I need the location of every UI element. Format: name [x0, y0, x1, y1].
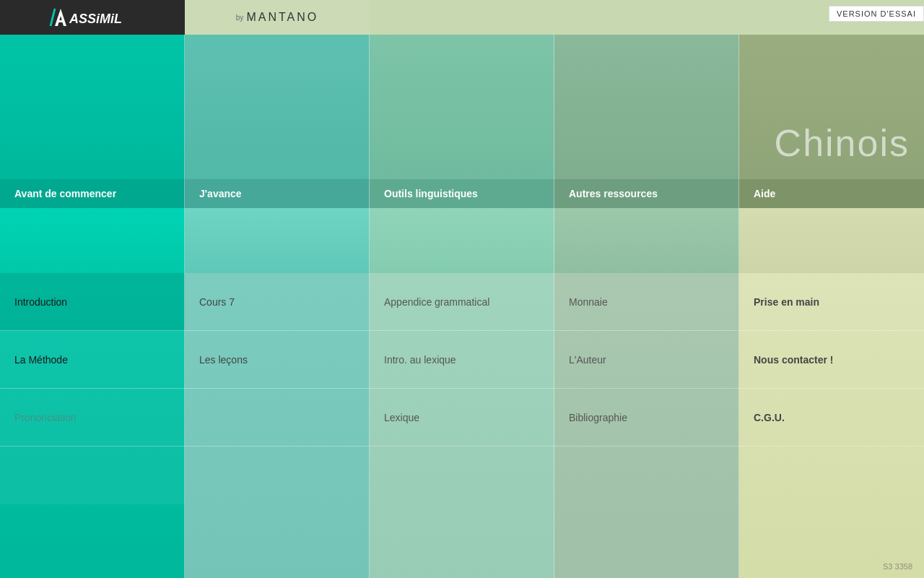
- col3-item-lexique[interactable]: Lexique: [370, 389, 554, 447]
- col4-item-biblio[interactable]: Bibliographie: [554, 389, 739, 447]
- col4-item-auteur-label: L'Auteur: [569, 354, 606, 366]
- col1-title: Avant de commencer: [14, 188, 116, 199]
- column-aide: Chinois Aide Prise en main Nous contacte…: [739, 35, 924, 578]
- assimil-logo: ASSiMiL: [49, 6, 136, 29]
- col1-items: Introduction La Méthode Prononciation: [0, 273, 185, 578]
- col3-items: Appendice grammatical Intro. au lexique …: [370, 273, 554, 578]
- svg-line-2: [51, 9, 55, 26]
- col1-item-introduction-label: Introduction: [14, 296, 67, 308]
- col2-thumb: [185, 208, 370, 273]
- svg-marker-0: [55, 9, 66, 26]
- mantano-brand: by MANTANO: [185, 0, 370, 35]
- col3-thumb: [370, 208, 554, 273]
- mantano-label: MANTANO: [246, 11, 318, 24]
- col3-header: Outils linguistiques: [370, 179, 554, 208]
- col3-hero: [370, 35, 554, 179]
- col2-item-lecons-label: Les leçons: [199, 354, 248, 366]
- col5-thumb: [739, 208, 924, 273]
- col3-item-appendice[interactable]: Appendice grammatical: [370, 273, 554, 331]
- version-badge: VERSION D'ESSAI: [829, 6, 924, 22]
- col1-item-prononciation[interactable]: Prononciation: [0, 389, 185, 447]
- col4-items: Monnaie L'Auteur Bibliographie: [554, 273, 739, 578]
- app-header: ASSiMiL by MANTANO VERSION D'ESSAI: [0, 0, 924, 35]
- col5-item-prise-en-main[interactable]: Prise en main: [739, 273, 924, 331]
- col2-hero: [185, 35, 370, 179]
- col3-item-appendice-label: Appendice grammatical: [384, 296, 489, 308]
- col5-item-nous-contacter-label: Nous contacter !: [754, 354, 833, 366]
- col1-hero: [0, 35, 185, 179]
- col5-title: Aide: [754, 188, 775, 199]
- col2-items: Cours 7 Les leçons: [185, 273, 370, 578]
- col1-item-methode-label: La Méthode: [14, 354, 68, 366]
- main-grid: Avant de commencer Introduction La Métho…: [0, 35, 924, 578]
- column-avant-de-commencer: Avant de commencer Introduction La Métho…: [0, 35, 185, 578]
- col4-item-auteur[interactable]: L'Auteur: [554, 331, 739, 389]
- col4-hero: [554, 35, 739, 179]
- col3-item-intro-lexique-label: Intro. au lexique: [384, 354, 456, 366]
- svg-text:ASSiMiL: ASSiMiL: [69, 12, 122, 26]
- column-outils: Outils linguistiques Appendice grammatic…: [370, 35, 554, 578]
- col4-thumb: [554, 208, 739, 273]
- col1-item-introduction[interactable]: Introduction: [0, 273, 185, 331]
- col5-item-cgu[interactable]: C.G.U.: [739, 389, 924, 447]
- col5-hero: Chinois: [739, 35, 924, 179]
- col5-item-prise-en-main-label: Prise en main: [754, 296, 819, 308]
- col3-title: Outils linguistiques: [384, 188, 478, 199]
- col3-item-lexique-label: Lexique: [384, 412, 419, 423]
- col2-item-empty2: [185, 447, 370, 504]
- assimil-brand: ASSiMiL: [0, 0, 185, 35]
- col5-item-nous-contacter[interactable]: Nous contacter !: [739, 331, 924, 389]
- build-number: S3 3358: [883, 562, 912, 571]
- col2-title: J'avance: [199, 188, 242, 199]
- col1-item-methode[interactable]: La Méthode: [0, 331, 185, 389]
- language-title: Chinois: [775, 121, 910, 165]
- col4-item-empty: [554, 447, 739, 504]
- col2-item-empty1: [185, 389, 370, 447]
- col3-item-empty: [370, 447, 554, 504]
- col4-header: Autres ressources: [554, 179, 739, 208]
- col2-item-cours7[interactable]: Cours 7: [185, 273, 370, 331]
- col3-item-intro-lexique[interactable]: Intro. au lexique: [370, 331, 554, 389]
- col2-header: J'avance: [185, 179, 370, 208]
- column-autres: Autres ressources Monnaie L'Auteur Bibli…: [554, 35, 739, 578]
- col4-item-biblio-label: Bibliographie: [569, 412, 627, 423]
- col5-header: Aide: [739, 179, 924, 208]
- col4-item-monnaie-label: Monnaie: [569, 296, 608, 308]
- col5-item-empty: [739, 447, 924, 504]
- column-javance: J'avance Cours 7 Les leçons: [185, 35, 370, 578]
- col4-item-monnaie[interactable]: Monnaie: [554, 273, 739, 331]
- col5-items: Prise en main Nous contacter ! C.G.U.: [739, 273, 924, 578]
- mantano-by-label: by: [236, 14, 244, 22]
- col1-thumb: [0, 208, 185, 273]
- svg-rect-1: [57, 20, 64, 22]
- col1-item-prononciation-label: Prononciation: [14, 412, 77, 423]
- col1-header: Avant de commencer: [0, 179, 185, 208]
- col2-item-lecons[interactable]: Les leçons: [185, 331, 370, 389]
- col5-item-cgu-label: C.G.U.: [754, 412, 785, 423]
- col2-item-cours7-label: Cours 7: [199, 296, 235, 308]
- col1-item-empty: [0, 447, 185, 504]
- col4-title: Autres ressources: [569, 188, 658, 199]
